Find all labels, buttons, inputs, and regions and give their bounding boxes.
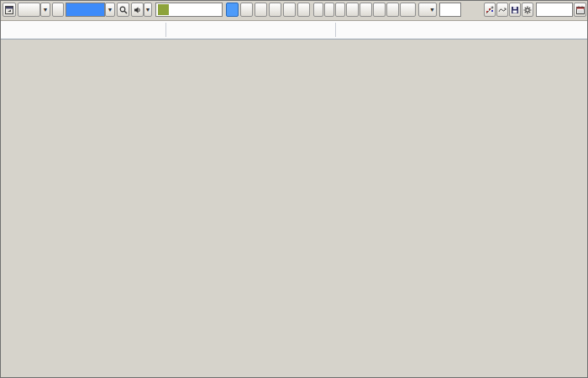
window-icon[interactable]	[3, 3, 16, 17]
asset-type-dropdown-icon[interactable]: ▼	[40, 3, 50, 17]
new-badge	[158, 4, 169, 15]
quote-bar	[1, 21, 588, 39]
candlestick-chart[interactable]	[1, 39, 588, 378]
interval-3-button[interactable]	[324, 3, 334, 17]
interval-10-button[interactable]	[346, 3, 359, 17]
interval-5-button[interactable]	[335, 3, 345, 17]
settings-gear-icon[interactable]	[522, 3, 533, 17]
stock-code-input[interactable]	[66, 3, 105, 17]
divider	[335, 23, 336, 37]
speaker-dropdown-icon[interactable]: ▼	[144, 3, 152, 17]
tab-minute[interactable]	[283, 3, 296, 17]
save-icon[interactable]	[509, 3, 521, 17]
divider	[165, 23, 166, 37]
interval-20-button[interactable]	[360, 3, 372, 17]
candle-count-input[interactable]	[439, 3, 461, 17]
tab-monthly[interactable]	[255, 3, 267, 17]
interval-custom-select[interactable]: ▼	[418, 3, 437, 17]
chart-region	[1, 39, 588, 378]
prev-button[interactable]	[52, 3, 64, 17]
trend-tool-icon[interactable]	[496, 3, 508, 17]
tab-yearly[interactable]	[269, 3, 281, 17]
interval-120-button[interactable]	[400, 3, 416, 17]
code-dropdown-icon[interactable]: ▼	[105, 3, 115, 17]
asset-type-select[interactable]	[18, 3, 40, 17]
stock-chart-window: ▼ ▼ ▼ ▼	[0, 0, 588, 378]
tab-daily[interactable]	[226, 3, 239, 17]
tab-weekly[interactable]	[240, 3, 253, 17]
compare-tool-icon[interactable]	[484, 3, 496, 17]
interval-30-button[interactable]	[373, 3, 386, 17]
speaker-icon[interactable]	[131, 3, 144, 17]
tab-tick[interactable]	[297, 3, 310, 17]
interval-60-button[interactable]	[386, 3, 399, 17]
interval-1-button[interactable]	[313, 3, 323, 17]
date-input[interactable]	[536, 3, 573, 17]
stock-name-field[interactable]	[155, 3, 223, 17]
search-icon[interactable]	[117, 3, 129, 17]
main-toolbar: ▼ ▼ ▼ ▼	[1, 1, 588, 21]
calendar-icon[interactable]	[574, 3, 586, 17]
